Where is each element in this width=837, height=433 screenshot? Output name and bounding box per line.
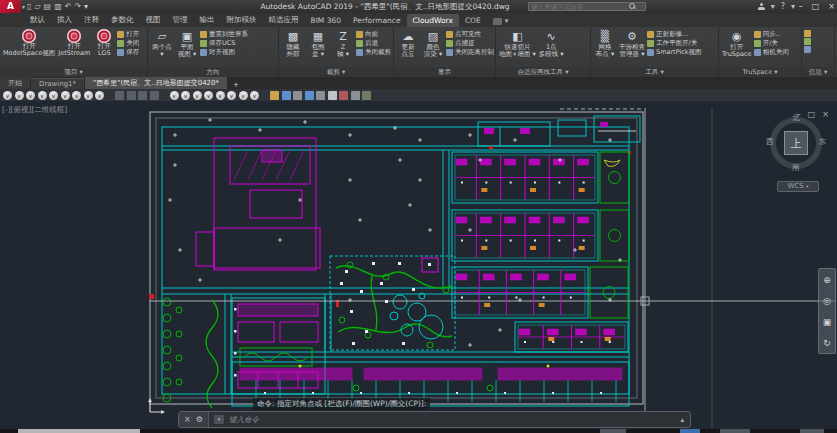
- ribbon-button-TruSpace[interactable]: ◉打开TruSpace: [721, 28, 753, 67]
- viewcube-north[interactable]: 北: [768, 113, 824, 123]
- open-icon[interactable]: ▱: [34, 0, 40, 13]
- ribbon-small-button-保存[interactable]: 保存: [117, 48, 139, 56]
- ribbon-tab-附加模块[interactable]: 附加模块: [221, 13, 263, 27]
- command-close-icon[interactable]: ×: [184, 415, 191, 424]
- ribbon-small-button-开/关[interactable]: 开/关: [754, 39, 789, 47]
- ribbon-panel-footer-4[interactable]: 自适应画线工具 ▾: [496, 67, 590, 77]
- ribbon-button-两个点[interactable]: ▱两个点 ▾: [150, 28, 174, 67]
- scan-station-icon[interactable]: ∨: [250, 91, 259, 100]
- ribbon-button-轴[interactable]: ZZ轴 ▾: [331, 28, 355, 67]
- scan-station-icon[interactable]: ∨: [61, 91, 70, 100]
- qat-dropdown-icon[interactable]: ▾: [84, 0, 88, 13]
- maximize-button[interactable]: □: [812, 2, 820, 11]
- ribbon-tab-cloudworx[interactable]: CloudWorx: [407, 14, 459, 27]
- ribbon-small-button-点捕捉[interactable]: 点捕捉: [446, 39, 494, 47]
- ribbon-small-button-打开[interactable]: 打开: [117, 30, 139, 38]
- save-icon[interactable]: ▤: [44, 0, 52, 13]
- scan-station-icon[interactable]: ∨: [84, 91, 93, 100]
- file-tab-active-drawing[interactable]: "西希里"(民宿、文..日地形图提交0420*: [85, 76, 227, 89]
- ribbon-small-button-相机关闭[interactable]: 相机关闭: [754, 48, 789, 56]
- scan-station-icon[interactable]: ∨: [204, 91, 213, 100]
- ribbon-small-button-保存UCS[interactable]: 保存UCS: [200, 39, 248, 47]
- toolbar-color-icon[interactable]: [362, 91, 371, 100]
- minimize-button[interactable]: –: [799, 2, 803, 11]
- ribbon-small-button-icon-1[interactable]: [804, 38, 813, 45]
- ribbon-tab-coe[interactable]: COE: [459, 14, 487, 27]
- viewcube-west[interactable]: 西: [766, 137, 774, 147]
- toolbar-color-icon[interactable]: [305, 91, 314, 100]
- help-search[interactable]: [528, 2, 646, 11]
- viewcube-top-face[interactable]: 上: [784, 131, 808, 155]
- toolbar-color-icon[interactable]: [351, 91, 360, 100]
- ribbon-panel-footer-1[interactable]: 方向: [148, 67, 278, 77]
- navbar-tool-icon-0[interactable]: ⊕: [823, 275, 831, 285]
- ribbon-button-点云[interactable]: ☁更新点云: [396, 28, 420, 67]
- navbar-tool-icon-3[interactable]: ↻: [823, 338, 831, 348]
- viewport-controls-label[interactable]: [-][俯视][二维线框]: [2, 105, 67, 115]
- scan-station-icon[interactable]: ∨: [26, 91, 35, 100]
- ribbon-button-外部[interactable]: ▩隐藏外部: [281, 28, 305, 67]
- ribbon-small-button-后退[interactable]: 后退: [356, 39, 391, 47]
- ribbon-small-button-对齐视图[interactable]: 对齐视图: [200, 48, 248, 56]
- new-icon[interactable]: ▯: [27, 0, 31, 13]
- help-icon[interactable]: ?: [781, 2, 785, 11]
- navbar-tool-icon-1[interactable]: ◎: [823, 296, 831, 306]
- scan-station-icon[interactable]: ∨: [72, 91, 81, 100]
- wcs-dropdown[interactable]: WCS ▾: [777, 181, 819, 192]
- file-tab-start[interactable]: 开始: [0, 76, 30, 89]
- scan-station-icon[interactable]: ∨: [216, 91, 225, 100]
- ribbon-small-button-向前[interactable]: 向前: [356, 30, 391, 38]
- ribbon-small-button-重置到世界系[interactable]: 重置到世界系: [200, 30, 248, 38]
- ribbon-button-布点[interactable]: ▒网格布点 ▾: [593, 28, 617, 67]
- app-logo-dropdown-icon[interactable]: ▾: [22, 3, 25, 10]
- toolbar-color-icon[interactable]: [328, 91, 337, 100]
- scan-station-icon[interactable]: ∨: [15, 91, 24, 100]
- ribbon-panel-footer-5[interactable]: 工具 ▾: [591, 67, 718, 77]
- navbar-tool-icon-2[interactable]: ▣: [823, 317, 832, 327]
- search-input[interactable]: [529, 3, 629, 11]
- model-space-viewport[interactable]: [-][俯视][二维线框] – □ ×: [0, 101, 837, 433]
- scan-station-icon[interactable]: ∨: [49, 91, 58, 100]
- scan-station-icon[interactable]: ∨: [227, 91, 236, 100]
- ribbon-button-ModelSpace视图[interactable]: 打开ModelSpace视图: [2, 28, 56, 67]
- toolbar-color-icon[interactable]: [293, 91, 302, 100]
- scan-station-icon[interactable]: ∨: [170, 91, 179, 100]
- command-input[interactable]: [227, 414, 674, 425]
- ribbon-small-button-SmartPick视图[interactable]: SmartPick视图: [647, 48, 702, 56]
- app-logo[interactable]: A: [0, 0, 21, 13]
- ribbon-small-button-点可见性[interactable]: 点可见性: [446, 30, 494, 38]
- ribbon-button-多段线[interactable]: ∿1点多段线 ▾: [538, 28, 565, 67]
- command-customize-icon[interactable]: ⚙: [196, 415, 203, 424]
- plot-icon[interactable]: ▥: [54, 0, 62, 13]
- ribbon-button-LGS[interactable]: 打开LGS: [92, 28, 116, 67]
- new-drawing-tab-button[interactable]: +: [228, 81, 244, 89]
- redo-icon[interactable]: ↷: [74, 0, 81, 13]
- ribbon-button-JetStream[interactable]: 打开JetStream: [57, 28, 91, 67]
- ribbon-tab-注释[interactable]: 注释: [78, 13, 105, 27]
- ribbon-button-渲染[interactable]: ▨颜色渲染 ▾: [421, 28, 445, 67]
- ribbon-panel-footer-0[interactable]: 项目 ▾: [0, 67, 147, 77]
- ribbon-tab-输出[interactable]: 输出: [194, 13, 221, 27]
- ribbon-panel-footer-2[interactable]: 裁剪 ▾: [279, 67, 393, 77]
- ribbon-extra-dropdown-icon[interactable]: ▾: [505, 17, 509, 25]
- ribbon-small-button-关闭距离控制[interactable]: 关闭距离控制: [446, 48, 494, 56]
- ribbon-small-button-icon-2[interactable]: [804, 46, 813, 53]
- ribbon-tab-管理[interactable]: 管理: [167, 13, 194, 27]
- toolbar-misc-icon[interactable]: [138, 91, 147, 100]
- toolbar-color-icon[interactable]: [339, 91, 348, 100]
- ribbon-tab-bim-360[interactable]: BIM 360: [305, 14, 348, 27]
- scan-station-icon[interactable]: ∨: [193, 91, 202, 100]
- ribbon-tab-视图[interactable]: 视图: [140, 13, 167, 27]
- ribbon-button-管理器[interactable]: ⚙干涉检查管理器 ▾: [618, 28, 646, 67]
- capture-icon[interactable]: [493, 18, 502, 25]
- ribbon-panel-footer-6[interactable]: TruSpace ▾: [719, 67, 801, 77]
- ribbon-small-button-关闭[interactable]: 关闭: [117, 39, 139, 47]
- ribbon-extra-tool[interactable]: ▾: [493, 17, 509, 27]
- ribbon-small-button-同步..[interactable]: 同步..: [754, 30, 789, 38]
- ribbon-button-地面+墙面[interactable]: ◧快速切片地面+墙面 ▾: [498, 28, 537, 67]
- ribbon-button-盒[interactable]: ▦包围盒 ▾: [306, 28, 330, 67]
- viewcube-south[interactable]: 南: [768, 163, 824, 173]
- command-expand-icon[interactable]: ▴: [674, 416, 690, 424]
- toolbar-color-icon[interactable]: [282, 91, 291, 100]
- toolbar-color-icon[interactable]: [270, 91, 279, 100]
